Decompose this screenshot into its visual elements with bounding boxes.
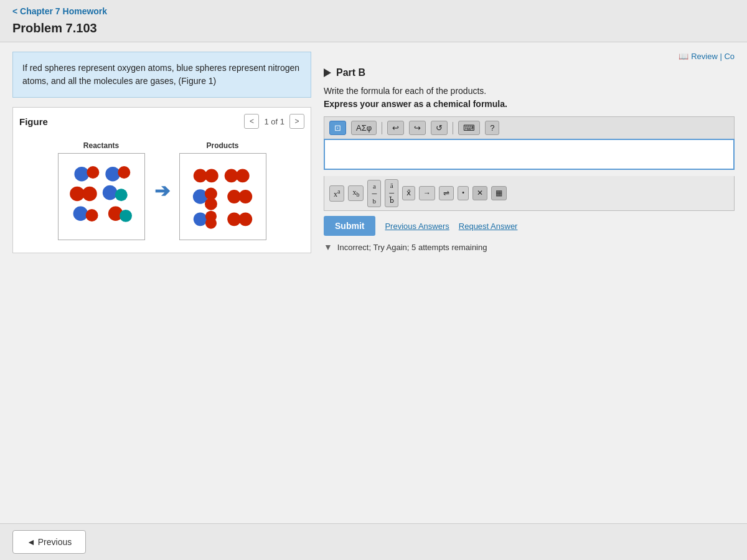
- reactants-wrapper: Reactants: [58, 141, 145, 240]
- figure-section: Figure < 1 of 1 > Reactants: [12, 107, 311, 253]
- superscript-btn[interactable]: xa: [329, 185, 344, 202]
- delete-btn[interactable]: ✕: [472, 186, 487, 200]
- figure-content: Reactants: [19, 135, 304, 246]
- submit-btn[interactable]: Submit: [324, 216, 375, 236]
- approx-btn[interactable]: ⇌: [439, 186, 454, 200]
- previous-button[interactable]: ◄ Previous: [12, 530, 86, 554]
- problem-description: If red spheres represent oxygen atoms, b…: [12, 52, 311, 98]
- products-svg: [186, 156, 260, 237]
- right-panel: 📖 Review | Co Part B Write the formula f…: [324, 52, 735, 531]
- subscript-btn[interactable]: xb: [348, 185, 364, 200]
- left-panel: If red spheres represent oxygen atoms, b…: [12, 52, 311, 531]
- svg-point-2: [105, 167, 120, 182]
- bottom-bar: ◄ Previous: [0, 523, 747, 560]
- reactants-svg: [65, 156, 138, 237]
- figure-prev-btn[interactable]: <: [244, 114, 259, 129]
- formula-row2: xa xb a─b ā─b̄ x̄ → ⇌ • ✕ ▦: [324, 176, 735, 211]
- sigma-btn[interactable]: ΑΣφ: [351, 121, 377, 135]
- toolbar-sep1: [382, 122, 382, 134]
- triangle-icon: [324, 68, 331, 77]
- fraction-btn[interactable]: a─b: [367, 180, 381, 207]
- svg-point-20: [238, 190, 252, 203]
- svg-point-18: [204, 198, 217, 210]
- reactants-box: [58, 153, 145, 240]
- book-icon: 📖: [679, 52, 688, 61]
- svg-point-21: [193, 212, 207, 226]
- figure-label: Figure: [19, 116, 48, 127]
- svg-point-1: [87, 166, 99, 179]
- figure-page-label: 1 of 1: [264, 117, 284, 126]
- svg-point-11: [120, 210, 132, 222]
- arrow-btn[interactable]: →: [419, 186, 435, 200]
- fraction2-btn[interactable]: ā─b̄: [385, 179, 398, 207]
- svg-point-0: [74, 167, 89, 182]
- figure-header: Figure < 1 of 1 >: [19, 114, 304, 129]
- svg-point-6: [102, 185, 117, 200]
- feedback-row: ▼ Incorrect; Try Again; 5 attempts remai…: [324, 242, 735, 252]
- svg-point-7: [115, 189, 127, 201]
- keyboard-btn[interactable]: ⌨: [458, 121, 480, 135]
- toolbar-sep2: [453, 122, 453, 134]
- figure-nav: < 1 of 1 >: [244, 114, 304, 129]
- part-b-header: Part B: [324, 67, 735, 78]
- formula-toolbar: ⊡ ΑΣφ ↩ ↪ ↺ ⌨ ?: [324, 116, 735, 139]
- refresh-btn[interactable]: ↺: [431, 121, 448, 135]
- svg-point-9: [85, 209, 98, 222]
- grid-btn[interactable]: ▦: [491, 186, 507, 200]
- chapter-link[interactable]: < Chapter 7 Homework: [12, 6, 735, 16]
- request-answer-link[interactable]: Request Answer: [459, 222, 518, 231]
- matrix-btn[interactable]: ⊡: [329, 121, 346, 135]
- svg-point-13: [204, 169, 218, 183]
- undo-btn[interactable]: ↩: [387, 121, 404, 135]
- instructions2: Express your answer as a chemical formul…: [324, 99, 735, 109]
- xbar-btn[interactable]: x̄: [402, 186, 415, 200]
- review-link[interactable]: 📖 Review | Co: [679, 52, 735, 61]
- reaction-arrow: ➔: [154, 180, 170, 202]
- svg-point-5: [82, 187, 97, 202]
- formula-input-area[interactable]: [324, 139, 735, 170]
- feedback-chevron-icon: ▼: [324, 242, 332, 252]
- feedback-text: Incorrect; Try Again; 5 attempts remaini…: [337, 243, 487, 252]
- reactants-products: Reactants: [58, 141, 266, 240]
- problem-title: Problem 7.103: [12, 21, 735, 35]
- products-wrapper: Products: [179, 141, 266, 240]
- instructions1: Write the formula for each of the produc…: [324, 86, 735, 96]
- svg-point-8: [73, 206, 88, 221]
- reactants-label: Reactants: [83, 141, 119, 150]
- submit-row: Submit Previous Answers Request Answer: [324, 216, 735, 236]
- products-label: Products: [206, 141, 238, 150]
- dot-btn[interactable]: •: [458, 186, 469, 200]
- products-box: [179, 153, 266, 240]
- previous-answers-link[interactable]: Previous Answers: [385, 222, 449, 231]
- top-bar: < Chapter 7 Homework Problem 7.103: [0, 0, 747, 42]
- content-area: If red spheres represent oxygen atoms, b…: [0, 42, 747, 540]
- help-btn[interactable]: ?: [485, 121, 499, 135]
- svg-point-3: [118, 166, 130, 179]
- figure-next-btn[interactable]: >: [289, 114, 304, 129]
- svg-point-23: [205, 218, 216, 229]
- part-b-label: Part B: [336, 67, 365, 78]
- redo-btn[interactable]: ↪: [409, 121, 426, 135]
- svg-point-15: [235, 169, 249, 183]
- main-container: < Chapter 7 Homework Problem 7.103 If re…: [0, 0, 747, 560]
- svg-point-25: [238, 212, 252, 226]
